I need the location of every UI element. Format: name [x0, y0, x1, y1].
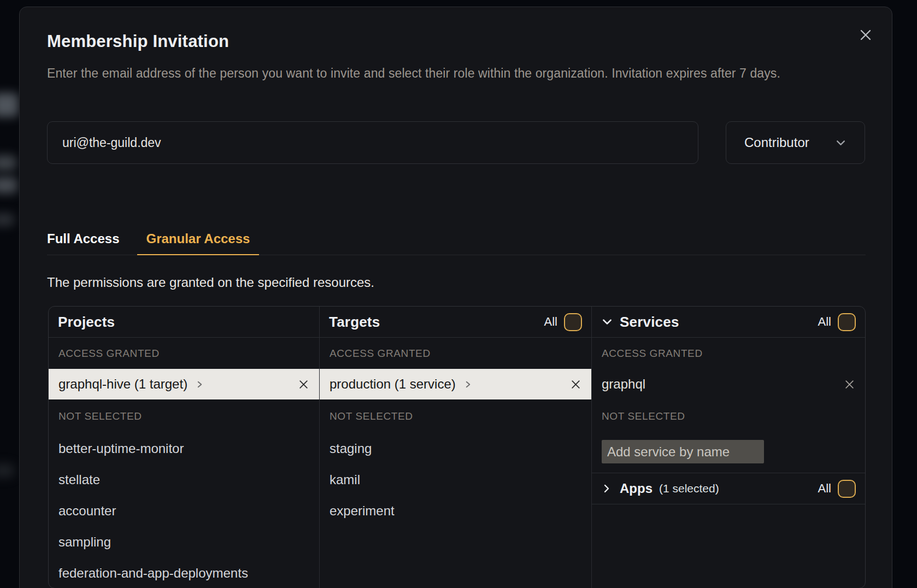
targets-header-title: Targets [329, 314, 380, 331]
chevron-right-icon [196, 380, 204, 389]
dialog-description: Enter the email address of the person yo… [47, 63, 867, 84]
close-icon [298, 379, 309, 390]
all-targets-checkbox[interactable] [564, 313, 582, 331]
tab-full-access[interactable]: Full Access [47, 230, 120, 255]
target-item[interactable]: experiment [320, 495, 591, 526]
background-artifact [0, 93, 19, 117]
granted-service-name: graphql [602, 377, 645, 392]
add-service-area [592, 433, 865, 473]
all-apps-checkbox[interactable] [838, 480, 856, 498]
services-header[interactable]: Services All [592, 307, 865, 338]
chevron-down-icon [601, 316, 613, 328]
close-icon [859, 28, 873, 42]
project-item[interactable]: accounter [49, 495, 319, 526]
permissions-note: The permissions are granted on the speci… [47, 275, 374, 290]
targets-header: Targets All [320, 307, 591, 338]
services-header-title: Services [620, 314, 679, 331]
all-targets-label: All [544, 315, 557, 329]
access-granted-label: ACCESS GRANTED [320, 338, 591, 369]
projects-column: Projects ACCESS GRANTED graphql-hive (1 … [49, 307, 320, 588]
not-selected-label: NOT SELECTED [49, 399, 319, 433]
apps-section-row[interactable]: Apps (1 selected) All [592, 473, 865, 504]
target-item[interactable]: staging [320, 433, 591, 464]
all-apps-label: All [818, 481, 831, 496]
granted-project-row[interactable]: graphql-hive (1 target) [49, 369, 319, 399]
role-select[interactable]: Contributor [726, 121, 865, 164]
access-granted-label: ACCESS GRANTED [592, 338, 865, 369]
targets-column: Targets All ACCESS GRANTED production (1… [320, 307, 592, 588]
background-artifact [0, 463, 14, 478]
granted-target-row[interactable]: production (1 service) [320, 369, 591, 399]
all-services-label: All [818, 315, 831, 329]
background-artifact [0, 177, 17, 193]
project-item[interactable]: better-uptime-monitor [49, 433, 319, 464]
project-item[interactable]: sampling [49, 526, 319, 557]
project-item[interactable]: federation-and-app-deployments [49, 557, 319, 588]
access-granted-label: ACCESS GRANTED [49, 338, 319, 369]
target-item[interactable]: kamil [320, 464, 591, 495]
apps-section-title: Apps [620, 481, 653, 496]
not-selected-label: NOT SELECTED [592, 399, 865, 433]
email-input[interactable] [47, 121, 698, 164]
tab-granular-access[interactable]: Granular Access [137, 230, 260, 255]
not-selected-label: NOT SELECTED [320, 399, 591, 433]
close-button[interactable] [858, 27, 873, 43]
membership-invitation-dialog: Membership Invitation Enter the email ad… [19, 7, 892, 588]
add-service-input[interactable] [602, 440, 764, 463]
services-column: Services All ACCESS GRANTED graphql NOT … [592, 307, 865, 588]
remove-project-button[interactable] [298, 379, 309, 390]
access-tabs: Full Access Granular Access [47, 230, 866, 255]
remove-target-button[interactable] [570, 379, 581, 390]
remove-service-button[interactable] [844, 379, 855, 390]
projects-header: Projects [49, 307, 319, 338]
close-icon [570, 379, 581, 390]
granted-target-name: production (1 service) [330, 377, 456, 392]
granted-service-row: graphql [592, 369, 865, 399]
chevron-right-icon [601, 483, 612, 494]
chevron-down-icon [835, 137, 847, 149]
apps-selected-count: (1 selected) [659, 482, 719, 495]
granted-project-name: graphql-hive (1 target) [58, 377, 187, 392]
projects-header-title: Projects [58, 314, 115, 331]
background-artifact [0, 213, 14, 226]
chevron-right-icon [464, 380, 472, 389]
close-icon [844, 379, 855, 390]
background-artifact [0, 155, 16, 170]
dialog-title: Membership Invitation [47, 31, 229, 52]
role-select-value: Contributor [744, 135, 809, 150]
resource-picker: Projects ACCESS GRANTED graphql-hive (1 … [48, 306, 866, 588]
project-item[interactable]: stellate [49, 464, 319, 495]
all-services-checkbox[interactable] [838, 313, 856, 331]
